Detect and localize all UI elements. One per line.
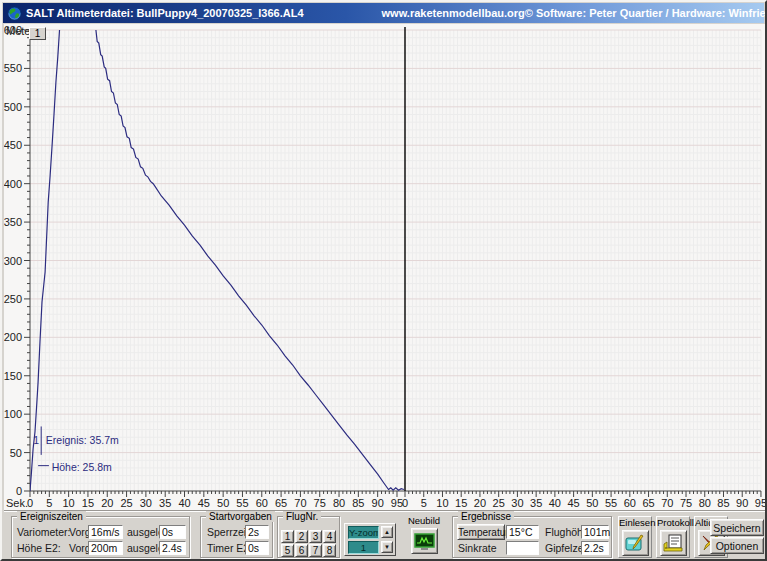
svg-text:450: 450 [4, 139, 22, 151]
flight-button-5[interactable]: 5 [281, 544, 294, 557]
svg-text:Sek.: Sek. [6, 497, 28, 509]
svg-text:Ereignis: 35.7m: Ereignis: 35.7m [46, 434, 119, 446]
svg-text:40: 40 [178, 497, 190, 509]
einlesen-button[interactable] [622, 530, 649, 556]
svg-text:25: 25 [493, 497, 505, 509]
svg-text:25: 25 [120, 497, 132, 509]
svg-text:5: 5 [421, 497, 427, 509]
flight-button-8[interactable]: 8 [323, 544, 336, 557]
flight-button-7[interactable]: 7 [309, 544, 322, 557]
svg-text:50: 50 [586, 497, 598, 509]
svg-text:10: 10 [63, 497, 75, 509]
svg-text:100: 100 [4, 408, 22, 420]
flughoehe-value: 101m [581, 525, 609, 539]
neubild-label: Neubild [402, 516, 446, 526]
flight-button-3[interactable]: 3 [309, 530, 322, 543]
title-url: www.raketenmodellbau.org [382, 7, 525, 19]
title-bar: SALT Altimeterdatei: BullPuppy4_20070325… [3, 3, 764, 23]
flight-button-1[interactable]: 1 [281, 530, 294, 543]
svg-text:0: 0 [402, 497, 408, 509]
svg-text:80: 80 [333, 497, 345, 509]
variometer-vorgabe-value: 16m/s [88, 525, 123, 539]
neubild-button[interactable] [411, 528, 438, 554]
flight-buttons: 12345678 [281, 530, 339, 557]
flight-curve [30, 24, 404, 491]
group-title: FlugNr. [283, 511, 321, 522]
app-window: SALT Altimeterdatei: BullPuppy4_20070325… [0, 0, 767, 561]
timer-e2-value: 0s [245, 541, 269, 555]
read-file-icon [625, 534, 645, 553]
flight-number-tab[interactable]: 1 [29, 27, 46, 40]
flight-button-6[interactable]: 6 [295, 544, 308, 557]
svg-text:15: 15 [82, 497, 94, 509]
group-ergebnisse: Ergebnisse Temperatur 15°C Flughöhe 101m… [452, 516, 612, 558]
svg-text:85: 85 [717, 497, 729, 509]
yzoom-up-button[interactable]: ▲ [381, 526, 393, 538]
svg-text:0: 0 [16, 485, 22, 497]
bottom-panel: Ereigniszeiten Variometer: Vorgabe 16m/s… [4, 510, 767, 561]
svg-text:250: 250 [4, 293, 22, 305]
hoehe-e2-label: Höhe E2: [17, 542, 61, 554]
svg-text:45: 45 [198, 497, 210, 509]
yzoom-down-button[interactable]: ▼ [381, 541, 393, 553]
temperatur-button[interactable]: Temperatur [457, 524, 505, 540]
svg-text:85: 85 [352, 497, 364, 509]
window-title: SALT Altimeterdatei: BullPuppy4_20070325… [26, 7, 304, 19]
globe-icon [7, 6, 22, 21]
svg-text:35: 35 [159, 497, 171, 509]
svg-text:65: 65 [642, 497, 654, 509]
yzoom-value: 1 [348, 541, 379, 554]
gipfelzeit-value: 2.2s [581, 541, 609, 555]
svg-text:45: 45 [567, 497, 579, 509]
flight-button-4[interactable]: 4 [323, 530, 336, 543]
sperrzeit-label: Sperrzeit [207, 526, 249, 538]
arrow-down-icon: ▼ [384, 544, 390, 550]
actions-area: Speichern Optionen [708, 516, 766, 558]
svg-text:350: 350 [4, 216, 22, 228]
svg-text:60: 60 [256, 497, 268, 509]
svg-text:550: 550 [4, 62, 22, 74]
svg-text:150: 150 [4, 370, 22, 382]
svg-text:1: 1 [33, 434, 39, 446]
yzoom-control: Y-zoom ▲ 1 ▼ [344, 523, 396, 556]
hoehe-e2-ausgeloest-value: 2.4s [159, 541, 186, 555]
optionen-button[interactable]: Optionen [710, 537, 764, 554]
title-credits: © Software: Peter Quartier / Hardware: W… [525, 7, 767, 19]
altitude-chart: 0501001502002503003504004505005506000510… [4, 24, 767, 510]
protokoll-button[interactable] [660, 530, 687, 556]
svg-text:300: 300 [4, 255, 22, 267]
group-title: Ereigniszeiten [17, 511, 86, 522]
svg-text:55: 55 [236, 497, 248, 509]
einlesen-section: Einlesen [618, 516, 652, 558]
neubild-section: Neubild [402, 516, 446, 558]
sinkrate-label: Sinkrate [458, 542, 497, 554]
svg-text:75: 75 [680, 497, 692, 509]
svg-text:60: 60 [624, 497, 636, 509]
svg-text:80: 80 [699, 497, 711, 509]
svg-text:500: 500 [4, 101, 22, 113]
svg-text:20: 20 [474, 497, 486, 509]
sinkrate-value [506, 541, 539, 555]
svg-text:35: 35 [530, 497, 542, 509]
svg-text:5: 5 [46, 497, 52, 509]
svg-text:90: 90 [736, 497, 748, 509]
speichern-button[interactable]: Speichern [710, 519, 764, 536]
variometer-ausgeloest-value: 0s [159, 525, 186, 539]
flight-button-2[interactable]: 2 [295, 530, 308, 543]
svg-text:30: 30 [511, 497, 523, 509]
svg-text:30: 30 [140, 497, 152, 509]
svg-text:200: 200 [4, 331, 22, 343]
group-ereigniszeiten: Ereigniszeiten Variometer: Vorgabe 16m/s… [11, 516, 190, 558]
svg-text:50: 50 [217, 497, 229, 509]
variometer-label: Variometer: [17, 526, 71, 538]
svg-text:400: 400 [4, 178, 22, 190]
svg-text:70: 70 [294, 497, 306, 509]
svg-text:95: 95 [755, 497, 767, 509]
svg-text:90: 90 [372, 497, 384, 509]
group-flugnr: FlugNr. 12345678 [277, 516, 340, 558]
group-startvorgaben: Startvorgaben Sperrzeit 2s Timer E2 0s [200, 516, 273, 558]
arrow-up-icon: ▲ [384, 529, 390, 535]
svg-text:50: 50 [10, 447, 22, 459]
hoehe-e2-vorgabe-value: 200m [88, 541, 123, 555]
group-title: Startvorgaben [206, 511, 275, 522]
